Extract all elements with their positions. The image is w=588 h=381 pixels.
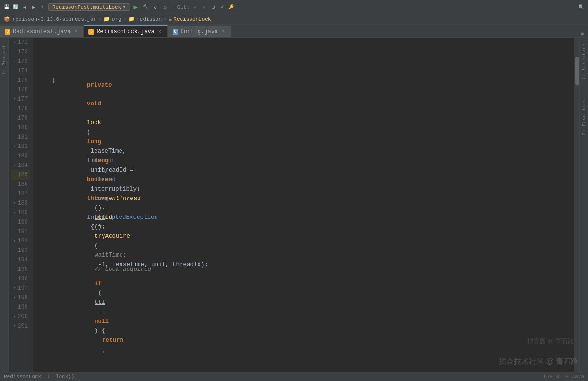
line-num-172: 172	[11, 47, 30, 57]
favorites-label[interactable]: 2: Favorites	[582, 99, 587, 135]
tab-config-label: Config.java	[181, 28, 218, 35]
git-check-icon[interactable]: ✓	[191, 3, 199, 11]
fold-198[interactable]: ▾	[13, 293, 16, 303]
line-num-200: ▾ 200	[11, 312, 30, 321]
toolbar-left-icons: 💾 🔄 ◀ ▶ ✎	[3, 3, 46, 11]
breadcrumb: 📦 redisson-3.13.6-sources.jar › 📁 org › …	[0, 14, 588, 25]
sync-icon[interactable]: 🔄	[12, 3, 19, 11]
tab-label: RedissonTest.java	[13, 28, 70, 35]
tab-redissonlock[interactable]: J RedissonLock.java ×	[84, 25, 167, 37]
vertical-scrollbar[interactable]	[574, 38, 579, 372]
fold-184[interactable]: ▾	[13, 161, 16, 170]
line-num-185: 185	[11, 170, 30, 180]
line-num-174: 174	[11, 66, 30, 76]
editor-layout: 1: Project ▾ 171 172 ▾ 173 174 175 176 ▾	[0, 38, 588, 372]
line-num-176: 176	[11, 85, 30, 95]
line-num-182: ▾ 182	[11, 142, 30, 151]
line-num-199: 199	[11, 303, 30, 312]
status-right: UTF-8 LF Java	[544, 374, 584, 380]
separator	[173, 3, 173, 11]
edit-icon[interactable]: ✎	[39, 3, 46, 11]
forward-icon[interactable]: ▶	[30, 3, 37, 11]
tab-label-active: RedissonLock.java	[96, 28, 154, 35]
fold-173[interactable]: ▾	[13, 57, 16, 66]
tab-config[interactable]: C Config.java ×	[168, 25, 231, 37]
structure-label[interactable]: 7: Structure	[582, 43, 587, 80]
line-num-187: 187	[11, 189, 30, 199]
class-icon: ☕	[169, 16, 172, 22]
line-num-191: 191	[11, 227, 30, 236]
code-line-177: if ( ttl == null ) {	[37, 303, 574, 312]
fold-171[interactable]: ▾	[13, 38, 16, 47]
line-num-188: ▾ 188	[11, 199, 30, 208]
line-num-193: 193	[11, 246, 30, 255]
line-num-194: 194	[11, 255, 30, 265]
line-num-195: 195	[11, 265, 30, 274]
sep1: ›	[98, 17, 102, 22]
git-undo-icon[interactable]: ↶	[218, 3, 226, 11]
class-name[interactable]: RedissonLock	[173, 17, 211, 22]
pkg-icon: 📁	[128, 16, 135, 22]
dropdown-arrow: ▼	[123, 5, 125, 9]
scrollbar-thumb[interactable]	[575, 57, 579, 85]
right-panel-strip: 7: Structure 2: Favorites	[579, 38, 588, 372]
git-label: Git:	[177, 4, 190, 10]
git-branch-icon[interactable]: ⊞	[209, 3, 217, 11]
status-left: RedissonLock › lock()	[4, 374, 74, 380]
pkg-name[interactable]: redisson	[137, 17, 162, 22]
line-num-198: ▾ 198	[11, 293, 30, 303]
line-numbers: ▾ 171 172 ▾ 173 174 175 176 ▾ 177 178 17…	[9, 38, 33, 372]
line-num-183: 183	[11, 151, 30, 161]
tabs-bar: J RedissonTest.java × J RedissonLock.jav…	[0, 25, 588, 38]
tab-close-icon[interactable]: ×	[73, 29, 78, 35]
left-panel-strip: 1: Project	[0, 38, 9, 372]
code-editor[interactable]: } private void lock ( long leaseTime,	[33, 38, 574, 372]
project-label[interactable]: 1: Project	[2, 44, 7, 75]
git-push-icon[interactable]: ✓	[200, 3, 208, 11]
line-num-184: ▾ 184	[11, 161, 30, 170]
tab-java-icon-active: J	[88, 29, 94, 35]
jar-name[interactable]: redisson-3.13.6-sources.jar	[12, 17, 96, 22]
fold-201[interactable]: ▾	[13, 321, 16, 331]
org-name[interactable]: org	[112, 17, 121, 22]
back-icon[interactable]: ◀	[21, 3, 28, 11]
line-num-178: 178	[11, 104, 30, 113]
save-icon[interactable]: 💾	[3, 3, 10, 11]
build-icon[interactable]: 🔨	[142, 3, 149, 11]
tab-expand-icon[interactable]: ≡	[579, 30, 586, 37]
fold-197[interactable]: ▾	[13, 284, 16, 293]
line-num-171: ▾ 171	[11, 38, 30, 47]
fold-177[interactable]: ▾	[13, 95, 16, 104]
fold-200[interactable]: ▾	[13, 312, 16, 321]
status-bar: RedissonLock › lock() UTF-8 LF Java	[0, 372, 588, 381]
line-num-179: 179	[11, 113, 30, 123]
fold-189[interactable]: ▾	[13, 208, 16, 217]
reload-icon[interactable]: ↺	[152, 3, 159, 11]
line-num-186: 186	[11, 180, 30, 189]
line-num-192: ▾ 192	[11, 236, 30, 246]
line-num-197: ▾ 197	[11, 284, 30, 293]
line-num-189: ▾ 189	[11, 208, 30, 217]
tab-close-config[interactable]: ×	[220, 29, 226, 35]
search-everywhere-icon[interactable]: 🔍	[578, 3, 585, 11]
editor-area: ▾ 171 172 ▾ 173 174 175 176 ▾ 177 178 17…	[9, 38, 579, 372]
tab-java-icon: J	[5, 29, 10, 35]
run-icon[interactable]: ▶	[132, 3, 139, 11]
line-num-190: 190	[11, 217, 30, 227]
fold-192[interactable]: ▾	[13, 236, 16, 246]
git-key-icon[interactable]: 🔑	[227, 3, 235, 11]
run-config-dropdown[interactable]: RedissonTest.multiLock ▼	[48, 3, 130, 11]
line-num-196: 196	[11, 274, 30, 284]
status-method: lock()	[56, 374, 75, 380]
status-file: RedissonLock	[4, 374, 41, 380]
code-line-175: Long ttl = tryAcquire ( waitTime: -1, le…	[37, 227, 574, 236]
tab-close-active[interactable]: ×	[157, 29, 163, 35]
sep3: ›	[164, 17, 167, 22]
line-num-177: ▾ 177	[11, 95, 30, 104]
jar-icon: 📦	[4, 16, 10, 22]
tab-redissontest[interactable]: J RedissonTest.java ×	[0, 25, 84, 37]
coverage-icon[interactable]: ⊕	[162, 3, 169, 11]
toolbar-run-icons: ▶ 🔨 ↺ ⊕	[132, 3, 169, 11]
fold-188[interactable]: ▾	[13, 199, 16, 208]
fold-182[interactable]: ▾	[13, 142, 16, 151]
